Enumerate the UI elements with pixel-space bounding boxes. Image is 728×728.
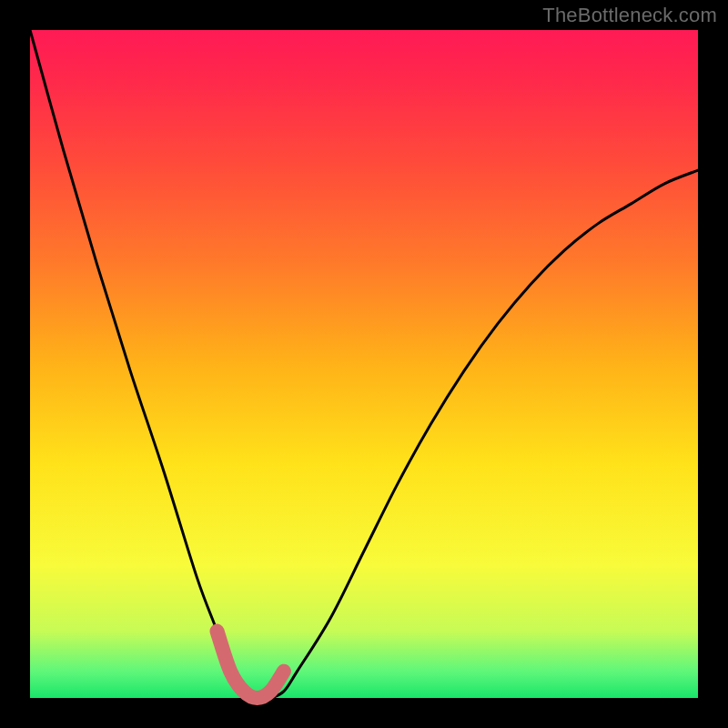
- watermark-label: TheBottleneck.com: [542, 4, 717, 27]
- chart-frame: TheBottleneck.com: [0, 0, 728, 728]
- plot-background: [30, 30, 698, 698]
- chart-svg: [0, 0, 728, 728]
